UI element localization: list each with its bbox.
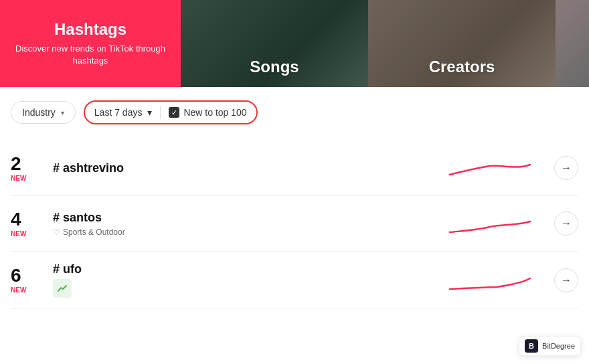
category-icon: ♡ (53, 227, 60, 237)
new-to-top-100-checkbox[interactable]: New to top 100 (169, 107, 246, 118)
hashtags-card-subtitle: Discover new trends on TikTok through ha… (11, 43, 170, 67)
checkbox-icon (169, 107, 179, 118)
rank-block: 4 NEW (11, 210, 48, 238)
filters-section: Industry ▾ Last 7 days ▾ New to top 100 (0, 100, 589, 124)
item-info: # santos ♡ Sports & Outdoor (48, 211, 436, 237)
trend-up-icon (53, 279, 72, 298)
nav-arrow-button[interactable]: → (554, 156, 578, 180)
rank-block: 2 NEW (11, 155, 48, 182)
sparkline-area (436, 207, 543, 240)
item-info: # ashtrevino (48, 161, 436, 175)
hashtags-card-title: Hashtags (54, 20, 127, 39)
item-meta (53, 279, 436, 298)
sparkline-area (436, 151, 543, 185)
trending-list: 2 NEW # ashtrevino → 4 NEW # santos ♡ Sp… (0, 141, 589, 309)
checkbox-label: New to top 100 (183, 107, 246, 118)
bitdegree-badge: BitDegree (519, 336, 581, 356)
trending-item: 2 NEW # ashtrevino → (11, 141, 578, 196)
nav-arrow-button[interactable]: → (554, 211, 578, 236)
industry-chevron-icon: ▾ (61, 109, 64, 116)
hero-section: Hashtags Discover new trends on TikTok t… (0, 0, 589, 87)
time-dropdown[interactable]: Last 7 days ▾ (94, 107, 153, 118)
hero-card-partial (556, 0, 589, 87)
item-meta: ♡ Sports & Outdoor (53, 227, 436, 237)
filter-divider (160, 106, 161, 119)
bitdegree-label: BitDegree (542, 342, 575, 350)
hero-card-creators[interactable]: Creators (368, 0, 556, 87)
industry-dropdown[interactable]: Industry ▾ (11, 101, 76, 124)
item-info: # ufo (48, 262, 436, 298)
rank-block: 6 NEW (11, 266, 48, 294)
item-name: # santos (53, 211, 436, 225)
nav-arrow-button[interactable]: → (554, 268, 578, 292)
sparkline-chart (443, 264, 537, 297)
sparkline-chart (443, 151, 537, 185)
rank-badge: NEW (11, 230, 48, 238)
item-name: # ashtrevino (53, 161, 436, 175)
rank-badge: NEW (11, 175, 48, 182)
time-label: Last 7 days (94, 107, 143, 118)
creators-card-title: Creators (429, 58, 495, 76)
item-category: Sports & Outdoor (63, 227, 125, 237)
rank-number: 6 (11, 266, 48, 285)
rank-number: 4 (11, 210, 48, 229)
bitdegree-logo (525, 339, 538, 353)
hero-card-hashtags[interactable]: Hashtags Discover new trends on TikTok t… (0, 0, 181, 87)
time-chevron-icon: ▾ (147, 107, 152, 118)
sparkline-area (436, 264, 543, 297)
trending-item: 6 NEW # ufo → (11, 252, 578, 309)
rank-number: 2 (11, 155, 48, 173)
songs-card-title: Songs (250, 58, 299, 76)
trending-item: 4 NEW # santos ♡ Sports & Outdoor → (11, 196, 578, 252)
hero-card-songs[interactable]: Songs (181, 0, 368, 87)
sparkline-chart (443, 207, 537, 240)
item-name: # ufo (53, 262, 436, 276)
rank-badge: NEW (11, 286, 48, 294)
industry-label: Industry (22, 107, 56, 118)
highlighted-filter-group: Last 7 days ▾ New to top 100 (84, 100, 258, 124)
